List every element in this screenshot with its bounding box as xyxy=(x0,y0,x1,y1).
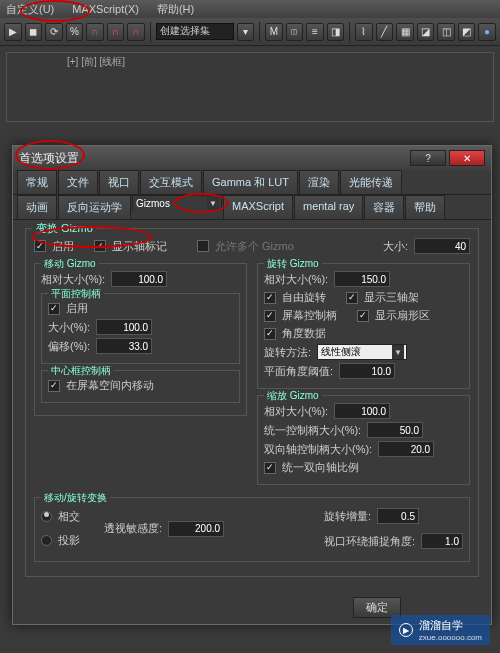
group-center-box: 中心框控制柄 ✓ 在屏幕空间内移动 xyxy=(41,370,240,403)
tab-containers[interactable]: 容器 xyxy=(364,195,404,219)
tool-btn-1[interactable]: ▶ xyxy=(4,23,22,41)
tool-btn-layer[interactable]: ≡ xyxy=(306,23,324,41)
group-rotate-gizmo: 旋转 Gizmo 相对大小(%): 150.0 ✓ 自由旋转 ✓ 显示三轴架 xyxy=(257,263,470,389)
legend-center: 中心框控制柄 xyxy=(48,364,114,378)
tab-maxscript[interactable]: MAXScript xyxy=(223,195,293,219)
spin-size[interactable]: 40 xyxy=(414,238,470,254)
tool-btn-2[interactable]: ◼ xyxy=(25,23,43,41)
spin-viewport-arc[interactable]: 1.0 xyxy=(421,533,463,549)
main-menu-bar: 自定义(U) MAXScript(X) 帮助(H) xyxy=(0,0,500,18)
cb-free-rotate[interactable]: ✓ xyxy=(264,292,276,304)
lbl-method: 旋转方法: xyxy=(264,345,311,360)
selection-set-dropdown[interactable]: 创建选择集 xyxy=(156,23,234,40)
tool-btn-mag2[interactable]: ∩ xyxy=(107,23,125,41)
tool-btn-mirror[interactable]: ⎅ xyxy=(286,23,304,41)
tab-general[interactable]: 常规 xyxy=(17,170,57,194)
lbl-center-move: 在屏幕空间内移动 xyxy=(66,378,154,393)
cb-enable[interactable]: ✓ xyxy=(34,240,46,252)
lbl-free-rotate: 自由旋转 xyxy=(282,290,326,305)
menu-help[interactable]: 帮助(H) xyxy=(157,2,194,17)
group-move-gizmo: 移动 Gizmo 相对大小(%): 100.0 平面控制柄 ✓ 启用 xyxy=(34,263,247,416)
spin-planar-thresh[interactable]: 10.0 xyxy=(339,363,395,379)
close-button[interactable]: ✕ xyxy=(449,150,485,166)
tab-ik[interactable]: 反向运动学 xyxy=(58,195,131,219)
lbl-screen-handle: 屏幕控制柄 xyxy=(282,308,337,323)
legend-rotate: 旋转 Gizmo xyxy=(264,257,322,271)
spin-uniform2[interactable]: 50.0 xyxy=(367,422,423,438)
tool-btn-render[interactable]: ● xyxy=(478,23,496,41)
legend-move: 移动 Gizmo xyxy=(41,257,99,271)
menu-customize[interactable]: 自定义(U) xyxy=(6,2,54,17)
group-move-rotate-transform: 移动/旋转变换 相交 投影 透视敏感度: 200.0 xyxy=(34,497,470,562)
tab-files[interactable]: 文件 xyxy=(58,170,98,194)
spin-biaxial[interactable]: 20.0 xyxy=(378,441,434,457)
tool-btn-arc[interactable]: ⟳ xyxy=(45,23,63,41)
tab-gizmos[interactable]: Gizmos xyxy=(132,195,222,211)
lbl-scale-rel: 相对大小(%): xyxy=(264,404,328,419)
cb-uniform-ratio[interactable]: ✓ xyxy=(264,462,276,474)
spin-rot-incr[interactable]: 0.5 xyxy=(377,508,419,524)
menu-maxscript[interactable]: MAXScript(X) xyxy=(72,3,139,15)
tool-btn-sheet[interactable]: ▦ xyxy=(396,23,414,41)
tool-btn-pct[interactable]: % xyxy=(66,23,84,41)
tool-btn-curve[interactable]: ⌇ xyxy=(355,23,373,41)
tab-animation[interactable]: 动画 xyxy=(17,195,57,219)
tool-btn-a[interactable]: ◪ xyxy=(417,23,435,41)
legend-scale: 缩放 Gizmo xyxy=(264,389,322,403)
tab-interaction[interactable]: 交互模式 xyxy=(140,170,202,194)
tab-radiosity[interactable]: 光能传递 xyxy=(340,170,402,194)
tab-viewports[interactable]: 视口 xyxy=(99,170,139,194)
lbl-intersect: 相交 xyxy=(58,509,80,524)
spin-plane-size[interactable]: 100.0 xyxy=(96,319,152,335)
cb-center-move[interactable]: ✓ xyxy=(48,380,60,392)
tool-btn-mag1[interactable]: ∩ xyxy=(86,23,104,41)
tool-btn-mag3[interactable]: ∩ xyxy=(127,23,145,41)
lbl-rot-incr: 旋转增量: xyxy=(324,509,371,524)
lbl-enable: 启用 xyxy=(52,239,74,254)
tool-btn-graph[interactable]: ╱ xyxy=(376,23,394,41)
group-scale-gizmo: 缩放 Gizmo 相对大小(%): 100.0 统一控制柄大小(%): 50.0… xyxy=(257,395,470,485)
cb-show-tripod[interactable]: ✓ xyxy=(346,292,358,304)
dialog-titlebar: 首选项设置 ? ✕ xyxy=(13,146,491,170)
lbl-plane-size: 大小(%): xyxy=(48,320,90,335)
viewport[interactable]: [+] [前] [线框] xyxy=(6,52,494,122)
help-button[interactable]: ? xyxy=(410,150,446,166)
lbl-uniform-ratio: 统一双向轴比例 xyxy=(282,460,359,475)
lbl-persp-sens: 透视敏感度: xyxy=(104,521,162,536)
tool-btn-c[interactable]: ◩ xyxy=(458,23,476,41)
dialog-title-text: 首选项设置 xyxy=(19,150,79,167)
spin-plane-offset[interactable]: 33.0 xyxy=(96,338,152,354)
radio-project[interactable] xyxy=(41,535,52,546)
tool-btn-book[interactable]: ◨ xyxy=(327,23,345,41)
cb-show-axis[interactable]: ✓ xyxy=(94,240,106,252)
sel-method[interactable]: 线性侧滚 xyxy=(317,344,407,360)
cb-plane-enable[interactable]: ✓ xyxy=(48,303,60,315)
cb-allow-multi[interactable] xyxy=(197,240,209,252)
cb-angle-data[interactable]: ✓ xyxy=(264,328,276,340)
radio-intersect[interactable] xyxy=(41,511,52,522)
lbl-show-pie: 显示扇形区 xyxy=(375,308,430,323)
cb-screen-handle[interactable]: ✓ xyxy=(264,310,276,322)
tab-render[interactable]: 渲染 xyxy=(299,170,339,194)
watermark-sub: zxue.oooooo.com xyxy=(419,633,482,642)
watermark: ▶ 溜溜自学 zxue.oooooo.com xyxy=(391,615,490,645)
group-plane-handles: 平面控制柄 ✓ 启用 大小(%): 100.0 偏移(%): xyxy=(41,293,240,364)
tool-btn-m[interactable]: M xyxy=(265,23,283,41)
cb-show-pie[interactable]: ✓ xyxy=(357,310,369,322)
lbl-planar-thresh: 平面角度阈值: xyxy=(264,364,333,379)
lbl-rot-rel: 相对大小(%): xyxy=(264,272,328,287)
spin-move-rel[interactable]: 100.0 xyxy=(111,271,167,287)
spin-persp-sens[interactable]: 200.0 xyxy=(168,521,224,537)
tool-btn-b[interactable]: ◫ xyxy=(437,23,455,41)
preferences-dialog: 首选项设置 ? ✕ 常规 文件 视口 交互模式 Gamma 和 LUT 渲染 光… xyxy=(12,145,492,625)
spin-scale-rel[interactable]: 100.0 xyxy=(334,403,390,419)
tab-help[interactable]: 帮助 xyxy=(405,195,445,219)
tool-btn-drop[interactable]: ▾ xyxy=(237,23,255,41)
tab-gamma[interactable]: Gamma 和 LUT xyxy=(203,170,298,194)
tab-mentalray[interactable]: mental ray xyxy=(294,195,363,219)
main-toolbar: ▶ ◼ ⟳ % ∩ ∩ ∩ 创建选择集 ▾ M ⎅ ≡ ◨ ⌇ ╱ ▦ ◪ ◫ … xyxy=(0,18,500,46)
play-icon: ▶ xyxy=(399,623,413,637)
lbl-viewport-arc: 视口环绕捕捉角度: xyxy=(324,534,415,549)
spin-rot-rel[interactable]: 150.0 xyxy=(334,271,390,287)
legend-plane: 平面控制柄 xyxy=(48,287,104,301)
